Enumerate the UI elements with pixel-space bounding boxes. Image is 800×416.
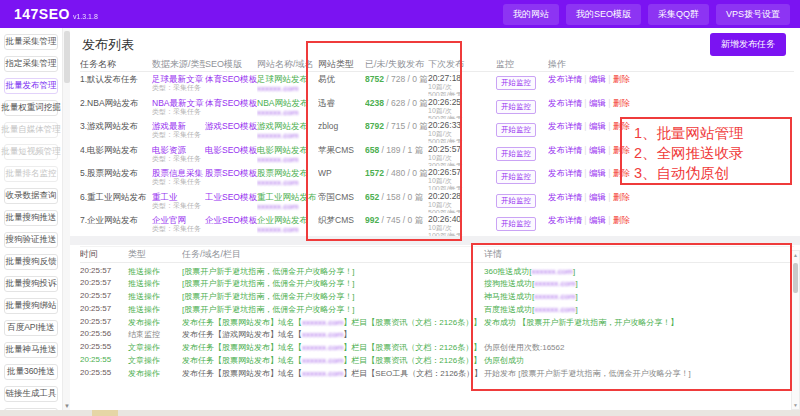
- task-name-cell: 4.电影网站发布: [80, 145, 152, 167]
- delete-link[interactable]: 删除: [613, 74, 630, 84]
- seo-template-link[interactable]: 工业SEO模板: [205, 192, 257, 202]
- source-type-label: 类型：采集任务: [152, 155, 205, 163]
- op-separator: |: [606, 145, 613, 155]
- sidebar-item[interactable]: 批量搜狗反馈: [4, 254, 58, 270]
- edit-link[interactable]: 编辑: [589, 168, 606, 178]
- next-publish-time: 20:26:57: [428, 168, 496, 177]
- log-row: 20:25:57推送操作[股票开户新手避坑指南，低佣金开户攻略分享！]神马推送成…: [80, 289, 794, 302]
- pending-failed-count: / 745 / 0 篇: [379, 215, 423, 225]
- log-table: 时间类型任务/域名/栏目详情 20:25:57推送操作[股票开户新手避坑指南，低…: [80, 246, 794, 393]
- sidebar-item[interactable]: 百度API推送: [4, 320, 58, 336]
- source-link[interactable]: NBA最新文章: [152, 98, 205, 108]
- sidebar-item[interactable]: 批量采集管理: [4, 34, 58, 50]
- log-scroll-down-arrow[interactable]: ▼: [792, 402, 799, 408]
- task-name-cell: 6.重工业网站发布: [80, 192, 152, 214]
- sidebar-item[interactable]: 批量神马推送: [4, 342, 58, 358]
- log-detail-text: 伪原创使用次数:16562: [484, 343, 564, 352]
- source-link[interactable]: 股票信息采集: [152, 168, 205, 178]
- sidebar-item[interactable]: 批量搜狗投诉: [4, 276, 58, 292]
- log-task-text: [股票开户新手避坑指南，低佣金开户攻略分享！]: [182, 279, 354, 288]
- publish-detail-link[interactable]: 发布详情: [548, 98, 582, 108]
- site-name-link[interactable]: 足球网站发布: [257, 74, 318, 84]
- next-publish-daily-limit: 300篇/每天: [428, 162, 496, 167]
- log-row: 20:25:57推送操作[股票开户新手避坑指南，低佣金开户攻略分享！]百度推送成…: [80, 301, 794, 314]
- section-divider: [70, 236, 800, 245]
- sidebar-item[interactable]: 批量权重词挖掘: [4, 100, 58, 116]
- topbar-menu-item[interactable]: 采集QQ群: [648, 4, 709, 25]
- sidebar-item[interactable]: 批量360推送: [4, 364, 58, 380]
- start-monitor-button[interactable]: 开始监控: [496, 100, 536, 114]
- seo-template-link[interactable]: 游戏SEO模板: [205, 121, 257, 131]
- log-detail-cell: 百度推送成功[xxxxxx.com]: [482, 304, 794, 315]
- seo-template-link[interactable]: 体育SEO模板: [205, 74, 257, 84]
- edit-link[interactable]: 编辑: [589, 192, 606, 202]
- cms-type-cell: zblog: [318, 121, 365, 143]
- edit-link[interactable]: 编辑: [589, 215, 606, 225]
- site-name-link[interactable]: 游戏网站发布: [257, 121, 318, 131]
- edit-link[interactable]: 编辑: [589, 121, 606, 131]
- publish-detail-link[interactable]: 发布详情: [548, 192, 582, 202]
- sidebar-item[interactable]: 批量发布管理: [4, 78, 58, 94]
- site-name-link[interactable]: 企业网站发布: [257, 215, 318, 225]
- site-name-link[interactable]: 重工业网站发布: [257, 192, 318, 202]
- sidebar-item[interactable]: 批量搜狗绑站: [4, 298, 58, 314]
- source-link[interactable]: 重工业: [152, 192, 205, 202]
- log-detail-domain-blurred: xxxxxx.com: [534, 279, 575, 288]
- topbar-menu-item[interactable]: 我的SEO模版: [566, 4, 641, 25]
- log-scrollbar[interactable]: ▲ ▼: [791, 250, 800, 410]
- publish-counts-cell: 992 / 745 / 0 篇: [365, 215, 428, 237]
- start-monitor-button[interactable]: 开始监控: [496, 123, 536, 137]
- log-scroll-up-arrow[interactable]: ▲: [792, 252, 799, 258]
- sidebar-item: 批量自媒体管理: [4, 122, 58, 138]
- publish-detail-link[interactable]: 发布详情: [548, 121, 582, 131]
- sidebar-item[interactable]: 链接生成工具: [4, 386, 58, 402]
- seo-template-link[interactable]: 体育SEO模板: [205, 98, 257, 108]
- publish-detail-link[interactable]: 发布详情: [548, 168, 582, 178]
- seo-template-cell: 电影SEO模板: [205, 145, 257, 167]
- topbar-menu-item[interactable]: 我的网站: [503, 4, 559, 25]
- edit-link[interactable]: 编辑: [589, 74, 606, 84]
- edit-link[interactable]: 编辑: [589, 98, 606, 108]
- delete-link[interactable]: 删除: [613, 192, 630, 202]
- edit-link[interactable]: 编辑: [589, 145, 606, 155]
- publish-counts-cell: 652 / 158 / 0 篇: [365, 192, 428, 214]
- source-link[interactable]: 足球最新文章: [152, 74, 205, 84]
- sidebar-item[interactable]: 搜狗验证推送: [4, 232, 58, 248]
- site-name-link[interactable]: 股票网站发布: [257, 168, 318, 178]
- source-link[interactable]: 电影资源: [152, 145, 205, 155]
- log-domain-blurred: xxxxxx.com: [302, 343, 343, 352]
- published-count: 658: [365, 145, 379, 155]
- topbar-menu-item[interactable]: VPS拨号设置: [716, 4, 790, 25]
- site-cell: 电影网站发布xxxxxx.com: [257, 145, 318, 167]
- start-monitor-button[interactable]: 开始监控: [496, 76, 536, 90]
- sidebar-item[interactable]: 收录数据查询: [4, 188, 58, 204]
- site-name-link[interactable]: 电影网站发布: [257, 145, 318, 155]
- sidebar-item[interactable]: 指定采集管理: [4, 56, 58, 72]
- sidebar-item[interactable]: 批量搜狗推送: [4, 210, 58, 226]
- seo-template-link[interactable]: 企业SEO模板: [205, 215, 257, 225]
- delete-link[interactable]: 删除: [613, 98, 630, 108]
- source-link[interactable]: 企业官网: [152, 215, 205, 225]
- site-name-link[interactable]: NBA网站发布: [257, 98, 318, 108]
- start-monitor-button[interactable]: 开始监控: [496, 194, 536, 208]
- seo-template-link[interactable]: 电影SEO模板: [205, 145, 257, 155]
- publish-detail-link[interactable]: 发布详情: [548, 74, 582, 84]
- next-publish-daily-limit: 500篇/每天: [428, 209, 496, 214]
- log-type: 推送操作: [128, 291, 182, 302]
- add-publish-task-button[interactable]: 新增发布任务: [710, 33, 786, 56]
- pending-failed-count: / 189 / 1 篇: [379, 145, 423, 155]
- seo-template-cell: 工业SEO模板: [205, 192, 257, 214]
- start-monitor-button[interactable]: 开始监控: [496, 217, 536, 231]
- log-scrollbar-thumb[interactable]: [793, 263, 798, 293]
- log-column-header: 类型: [128, 248, 182, 261]
- publish-detail-link[interactable]: 发布详情: [548, 145, 582, 155]
- start-monitor-button[interactable]: 开始监控: [496, 147, 536, 161]
- seo-template-cell: 游戏SEO模板: [205, 121, 257, 143]
- source-link[interactable]: 游戏最新: [152, 121, 205, 131]
- log-type: 发布操作: [128, 368, 182, 379]
- start-monitor-button[interactable]: 开始监控: [496, 170, 536, 184]
- seo-template-link[interactable]: 股票SEO模板: [205, 168, 257, 178]
- log-task-cell: 发布任务【股票网站发布】域名【xxxxxx.com】栏目【SEO工具（文档：21…: [182, 368, 482, 379]
- publish-detail-link[interactable]: 发布详情: [548, 215, 582, 225]
- delete-link[interactable]: 删除: [613, 215, 630, 225]
